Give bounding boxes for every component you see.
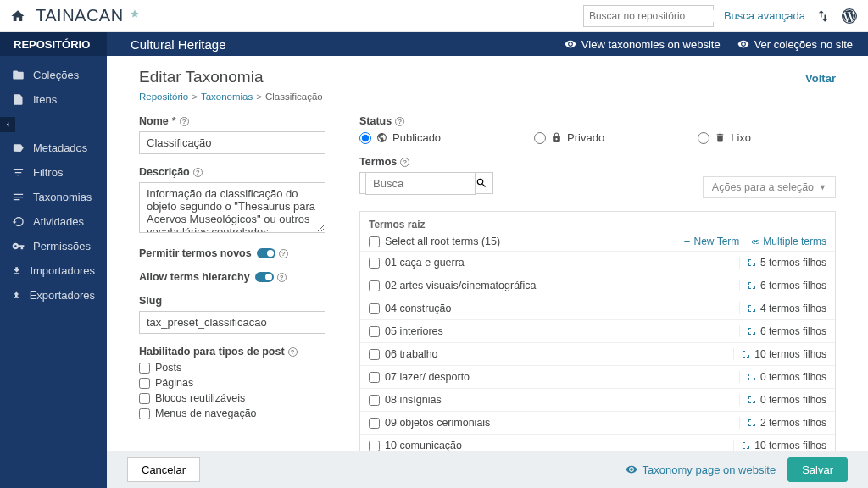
children-icon — [747, 372, 757, 382]
wordpress-icon[interactable] — [841, 8, 858, 25]
sidebar: Coleções Itens Metadados Filtros Taxonom… — [0, 56, 107, 488]
breadcrumb: Repositório>Taxonomias>Classificação — [139, 92, 836, 102]
sidebar-item-metadados[interactable]: Metadados — [0, 136, 107, 160]
repo-label: REPOSITÓRIO — [0, 32, 107, 56]
sidebar-collapse-button[interactable] — [0, 117, 15, 132]
help-icon[interactable]: ? — [400, 158, 409, 167]
save-button[interactable]: Salvar — [787, 458, 848, 482]
post-type-checkbox[interactable]: Menus de navegação — [139, 408, 326, 419]
term-checkbox[interactable] — [369, 418, 380, 429]
term-row[interactable]: 02 artes visuais/cinematográfica6 termos… — [360, 274, 835, 297]
sidebar-item-permissoes[interactable]: Permissões — [0, 234, 107, 258]
allow-new-terms-toggle[interactable] — [257, 248, 275, 258]
status-published[interactable]: Publicado — [359, 131, 441, 144]
post-type-checkbox[interactable]: Posts — [139, 362, 326, 374]
term-checkbox[interactable] — [369, 349, 380, 360]
sidebar-item-colecoes[interactable]: Coleções — [0, 63, 107, 87]
children-icon — [741, 349, 751, 359]
view-collections-link[interactable]: Ver coleções no site — [737, 38, 853, 51]
brand-logo[interactable]: TAINACAN — [36, 6, 142, 25]
sort-icon[interactable] — [815, 8, 831, 24]
term-row[interactable]: 09 objetos cerimoniais2 termos filhos — [360, 411, 835, 434]
name-field[interactable] — [139, 131, 326, 154]
description-field[interactable]: Informação da classificação do objeto se… — [139, 182, 326, 233]
term-checkbox[interactable] — [369, 258, 380, 269]
sidebar-item-filtros[interactable]: Filtros — [0, 160, 107, 185]
view-taxonomies-link[interactable]: View taxonomies on website — [565, 38, 721, 51]
help-icon[interactable]: ? — [288, 347, 298, 357]
term-checkbox[interactable] — [369, 280, 380, 291]
terms-search-input[interactable] — [359, 172, 493, 194]
advanced-search-link[interactable]: Busca avançada — [724, 9, 805, 22]
help-icon[interactable]: ? — [395, 117, 404, 126]
children-icon — [741, 441, 751, 451]
cancel-button[interactable]: Cancelar — [127, 458, 200, 482]
children-icon — [747, 326, 757, 336]
term-checkbox[interactable] — [369, 303, 380, 314]
term-row[interactable]: 06 trabalho10 termos filhos — [360, 342, 835, 365]
children-icon — [747, 395, 757, 405]
terms-root-label: Termos raiz — [369, 219, 826, 230]
help-icon[interactable]: ? — [193, 168, 203, 177]
term-checkbox[interactable] — [369, 395, 380, 406]
post-type-checkbox[interactable]: Blocos reutilizáveis — [139, 392, 326, 404]
search-icon — [476, 177, 487, 189]
children-icon — [747, 280, 757, 291]
new-term-link[interactable]: New Term — [682, 236, 740, 247]
help-icon[interactable]: ? — [277, 273, 287, 282]
term-checkbox[interactable] — [369, 326, 380, 337]
sidebar-item-atividades[interactable]: Atividades — [0, 209, 107, 234]
term-row[interactable]: 07 lazer/ desporto0 termos filhos — [360, 365, 835, 388]
slug-field[interactable] — [139, 311, 326, 334]
page-title: Editar Taxonomia — [139, 68, 263, 86]
taxonomy-page-link[interactable]: Taxonomy page on website — [626, 463, 776, 476]
sidebar-item-taxonomias[interactable]: Taxonomias — [0, 185, 107, 209]
term-row[interactable]: 08 insígnias0 termos filhos — [360, 388, 835, 411]
help-icon[interactable]: ? — [180, 117, 189, 126]
term-row[interactable]: 05 interiores6 termos filhos — [360, 319, 835, 342]
home-icon[interactable] — [10, 8, 25, 24]
back-link[interactable]: Voltar — [805, 72, 836, 85]
term-checkbox[interactable] — [369, 372, 380, 383]
allow-hierarchy-toggle[interactable] — [255, 272, 274, 282]
breadcrumb-item[interactable]: Taxonomias — [201, 92, 253, 102]
sidebar-item-itens[interactable]: Itens — [0, 87, 107, 112]
children-icon — [747, 303, 757, 313]
search-input[interactable] — [583, 5, 714, 27]
sidebar-item-exportadores[interactable]: Exportadores — [0, 283, 107, 308]
breadcrumb-item[interactable]: Repositório — [139, 92, 188, 102]
term-row[interactable]: 01 caça e guerra5 termos filhos — [360, 251, 835, 274]
collection-name: Cultural Heritage — [107, 37, 226, 52]
select-all-checkbox[interactable]: Select all root terms (15) — [369, 236, 500, 247]
help-icon[interactable]: ? — [279, 249, 288, 258]
breadcrumb-current: Classificação — [265, 92, 323, 102]
term-row[interactable]: 04 construção4 termos filhos — [360, 297, 835, 319]
multiple-terms-link[interactable]: Multiple terms — [751, 236, 826, 247]
status-private[interactable]: Privado — [534, 131, 604, 144]
actions-dropdown[interactable]: Ações para a seleção ▼ — [703, 176, 836, 198]
status-trash[interactable]: Lixo — [698, 131, 751, 144]
sidebar-item-importadores[interactable]: Importadores — [0, 258, 107, 283]
post-type-checkbox[interactable]: Páginas — [139, 377, 326, 389]
children-icon — [747, 258, 757, 268]
children-icon — [747, 418, 757, 428]
term-checkbox[interactable] — [369, 441, 380, 452]
